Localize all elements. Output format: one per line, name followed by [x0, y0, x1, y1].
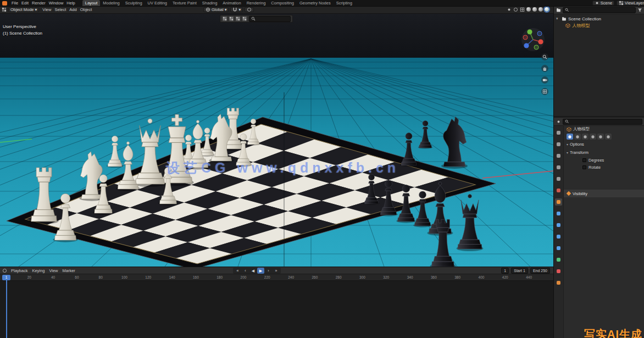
workspace-tab-scripting[interactable]: Scripting: [334, 0, 355, 6]
gizmo-y-axis[interactable]: [527, 29, 532, 34]
properties-tab-view-layer[interactable]: [555, 164, 562, 171]
shading-material-icon[interactable]: [538, 7, 543, 12]
timeline-menu-marker[interactable]: Marker: [61, 268, 77, 274]
properties-tab-object-data[interactable]: [555, 256, 562, 263]
menu-file[interactable]: File: [10, 1, 20, 5]
filter-funnel-icon[interactable]: [637, 8, 642, 13]
orientation-dropdown[interactable]: Global ▾: [203, 7, 229, 12]
panel-transform[interactable]: ▾Transform: [564, 148, 644, 157]
shading-solid-icon[interactable]: [532, 7, 537, 12]
mode-dropdown[interactable]: Object Mode ▾: [8, 7, 39, 12]
disclosure-triangle-icon[interactable]: ▾: [556, 16, 560, 21]
blender-logo-icon[interactable]: [2, 1, 7, 5]
menu-help[interactable]: Help: [65, 1, 76, 5]
timeline-menu-keying[interactable]: Keying: [30, 268, 46, 274]
checkbox-degrees[interactable]: [582, 158, 586, 162]
timeline-channels[interactable]: [0, 281, 553, 338]
subtab-view-layer[interactable]: [590, 134, 596, 140]
outliner-row[interactable]: 人物模型: [554, 22, 644, 29]
snap-toggle[interactable]: ▾: [230, 7, 243, 12]
properties-tab-physics[interactable]: [555, 233, 562, 240]
viewlayer-selector[interactable]: ViewLayer: [617, 1, 644, 5]
xray-toggle-icon[interactable]: [520, 7, 525, 12]
camera-icon[interactable]: [541, 76, 548, 84]
shading-rendered-icon[interactable]: [545, 7, 549, 12]
menu-edit[interactable]: Edit: [20, 1, 30, 5]
subtab-output[interactable]: [582, 134, 589, 140]
prev-key-button[interactable]: ‹: [242, 268, 249, 274]
workspace-tab-uv-editing[interactable]: UV Editing: [145, 0, 170, 6]
properties-section-header[interactable]: Visibility: [564, 190, 644, 197]
properties-tab-scene[interactable]: [555, 175, 562, 182]
navigation-gizmo[interactable]: [520, 27, 546, 52]
play-button[interactable]: ▶: [257, 268, 264, 274]
properties-tab-constraints[interactable]: [555, 245, 562, 252]
editor-type-icon[interactable]: [2, 7, 7, 12]
subtab-render[interactable]: [574, 134, 581, 140]
jump-end-button[interactable]: »: [273, 268, 280, 274]
collection-icon[interactable]: [235, 16, 241, 21]
workspace-tab-modeling[interactable]: Modeling: [100, 0, 122, 6]
scene-selector[interactable]: Scene: [592, 1, 614, 5]
view-layer-icon[interactable]: [222, 16, 227, 21]
frame-end-field[interactable]: End 250: [530, 268, 550, 274]
properties-tab-tool[interactable]: [555, 129, 562, 136]
checkbox-rotate[interactable]: [582, 165, 586, 169]
proportional-edit-toggle[interactable]: [245, 7, 254, 12]
viewport-3d[interactable]: User Perspective (1) Scene Collection 设艺…: [0, 14, 553, 267]
workspace-tab-sculpting[interactable]: Sculpting: [123, 0, 145, 6]
filter-icon[interactable]: [229, 16, 234, 21]
workspace-tab-rendering[interactable]: Rendering: [244, 0, 269, 6]
timeline-menu-view[interactable]: View: [47, 268, 59, 274]
gizmo-toggle-icon[interactable]: [507, 7, 512, 12]
zoom-icon[interactable]: [541, 53, 548, 60]
properties-tab-particles[interactable]: [555, 221, 562, 229]
playhead-handle[interactable]: 1: [2, 275, 10, 280]
frame-start-field[interactable]: Start 1: [511, 268, 528, 274]
properties-tab-modifiers[interactable]: [555, 210, 562, 217]
subtab-scene[interactable]: [597, 134, 604, 140]
next-key-button[interactable]: ›: [265, 268, 272, 274]
viewport-menu-object[interactable]: Object: [79, 7, 94, 13]
object-icon[interactable]: [242, 16, 247, 21]
shading-wireframe-icon[interactable]: [526, 7, 531, 12]
panel-options[interactable]: ▾Options: [564, 140, 644, 148]
menu-window[interactable]: Window: [47, 1, 65, 5]
timeline-ruler[interactable]: 0204060801001201401601802002202402602803…: [0, 274, 553, 281]
properties-tab-object[interactable]: [555, 198, 562, 206]
subtab-world[interactable]: [605, 134, 612, 140]
current-frame-field[interactable]: 1: [501, 268, 509, 274]
outliner-search-input[interactable]: [570, 8, 634, 13]
playhead[interactable]: 1: [2, 274, 11, 338]
outliner-row[interactable]: ▾Scene Collection: [554, 15, 644, 22]
menu-render[interactable]: Render: [30, 1, 47, 5]
viewport-menu-add[interactable]: Add: [68, 7, 78, 13]
properties-tab-output[interactable]: [555, 152, 562, 159]
viewport-menu-view[interactable]: View: [41, 7, 53, 13]
play-reverse-button[interactable]: ◀: [249, 268, 257, 274]
properties-tab-world[interactable]: [555, 187, 562, 194]
mini-search-input[interactable]: [257, 16, 288, 21]
properties-editor-icon[interactable]: [556, 119, 561, 124]
outliner-editor-icon[interactable]: [556, 8, 561, 13]
workspace-tab-layout[interactable]: Layout: [82, 0, 101, 6]
workspace-tab-texture-paint[interactable]: Texture Paint: [170, 0, 199, 6]
hand-icon[interactable]: [541, 65, 548, 72]
jump-start-button[interactable]: «: [234, 268, 241, 274]
timeline-editor-icon[interactable]: [2, 268, 7, 273]
gizmo-x-axis[interactable]: [538, 39, 543, 44]
ortho-icon[interactable]: [541, 88, 548, 95]
viewport-menu-select[interactable]: Select: [53, 7, 68, 13]
gizmo-z-axis[interactable]: [524, 43, 529, 48]
overlays-toggle-icon[interactable]: [513, 7, 518, 12]
workspace-tab-compositing[interactable]: Compositing: [268, 0, 297, 6]
workspace-tab-shading[interactable]: Shading: [199, 0, 220, 6]
properties-tab-render[interactable]: [555, 141, 562, 148]
timeline-menu-playback[interactable]: Playback: [9, 268, 29, 274]
workspace-tab-geometry-nodes[interactable]: Geometry Nodes: [297, 0, 334, 6]
properties-tab-material[interactable]: [555, 268, 562, 275]
subtab-tool[interactable]: [567, 134, 573, 140]
properties-tab-texture[interactable]: [555, 279, 562, 286]
workspace-tab-animation[interactable]: Animation: [220, 0, 243, 6]
properties-search-input[interactable]: [570, 119, 640, 124]
